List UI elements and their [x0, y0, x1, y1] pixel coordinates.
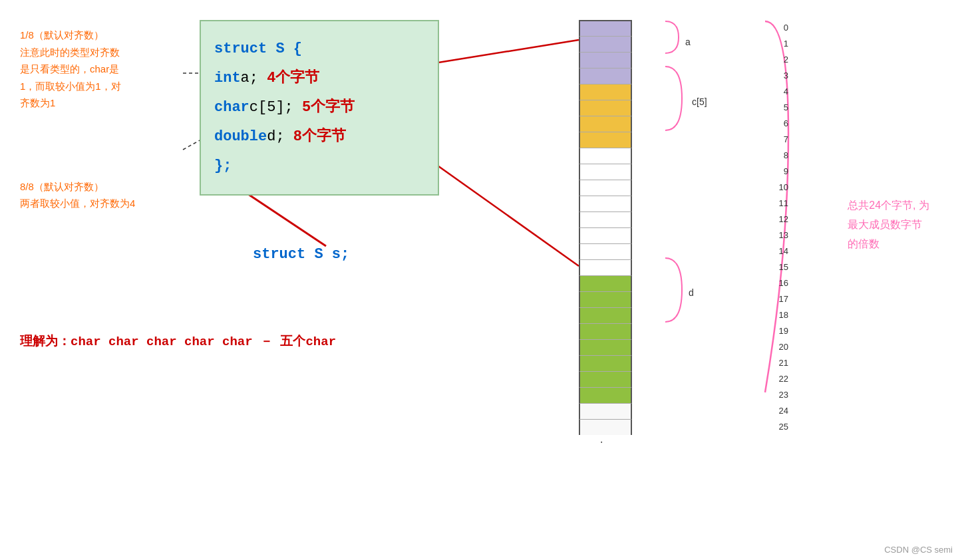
memory-row-12: 12 [579, 211, 765, 227]
memory-row-24: 24 [579, 403, 765, 419]
code-line-4: double d; 8个字节 [214, 122, 418, 152]
memory-row-3: 3 [579, 68, 765, 84]
memory-row-8: 8 [579, 148, 765, 164]
svg-line-0 [246, 193, 326, 246]
memory-row-22: 22 [579, 371, 765, 387]
memory-row-17: 17 [579, 291, 765, 307]
code-line-2: int a; 4个字节 [214, 64, 418, 93]
memory-row-9: 9 [579, 164, 765, 180]
code-line-5: }; [214, 152, 418, 181]
memory-row-2: 2 [579, 52, 765, 68]
memory-row-14: 14 [579, 243, 765, 259]
memory-row-10: 10 [579, 180, 765, 196]
memory-row-7: 7 [579, 132, 765, 148]
memory-row-15: 15 [579, 259, 765, 275]
memory-row-16: 16 [579, 275, 765, 291]
label-a: a [685, 37, 691, 47]
memory-row-18: 18 [579, 307, 765, 323]
code-instance: struct S s; [253, 246, 349, 263]
bottom-text: 理解为：char char char char char － 五个char [20, 333, 336, 350]
label-d: d [689, 287, 694, 298]
code-line-3: char c[5]; 5个字节 [214, 93, 418, 122]
watermark: CSDN @CS semi [884, 545, 953, 555]
memory-row-13: 13 [579, 227, 765, 243]
right-annotation: 总共24个字节, 为 最大成员数字节 的倍数 [848, 196, 929, 253]
memory-row-19: 19 [579, 323, 765, 339]
annotation-left: 1/8（默认对齐数） 注意此时的类型对齐数 是只看类型的，char是 1，而取较… [20, 27, 206, 212]
memory-ellipsis: . [579, 435, 765, 446]
memory-diagram: 0 1 2 3 4 5 6 7 8 9 [579, 20, 765, 446]
code-line-1: struct S { [214, 35, 418, 64]
label-c5: c[5] [692, 96, 707, 107]
memory-row-4: 4 [579, 84, 765, 100]
memory-row-11: 11 [579, 196, 765, 211]
left-annotation-text: 1/8（默认对齐数） 注意此时的类型对齐数 是只看类型的，char是 1，而取较… [20, 27, 206, 112]
memory-row-25: 25 [579, 419, 765, 435]
memory-row-1: 1 [579, 36, 765, 52]
memory-row-23: 23 [579, 387, 765, 403]
left-annotation-text-2: 8/8（默认对齐数）两者取较小值，对齐数为4 [20, 178, 206, 212]
memory-row-6: 6 [579, 116, 765, 132]
memory-row-0: 0 [579, 20, 765, 36]
code-box: struct S { int a; 4个字节 char c[5]; 5个字节 d… [200, 20, 439, 196]
memory-row-21: 21 [579, 355, 765, 371]
memory-row-5: 5 [579, 100, 765, 116]
memory-row-20: 20 [579, 339, 765, 355]
